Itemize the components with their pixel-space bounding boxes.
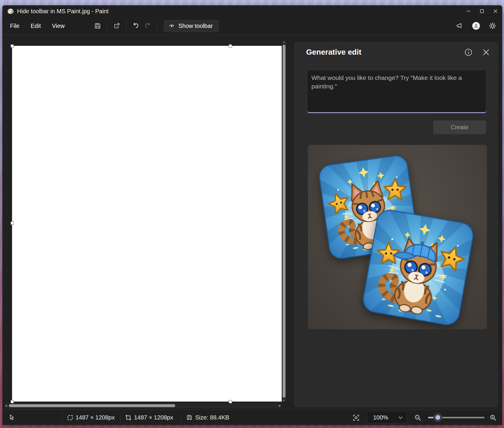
info-icon (465, 48, 472, 56)
horizontal-scrollbar[interactable]: ◀ ▶ (4, 403, 282, 408)
scroll-left-arrow[interactable]: ◀ (5, 404, 7, 407)
info-button[interactable] (463, 47, 474, 58)
paint-window: Hide toolbar in MS Paint.jpg - Paint Fil… (2, 5, 502, 425)
settings-button[interactable] (487, 20, 498, 31)
gear-icon (489, 22, 496, 30)
vertical-scrollbar[interactable]: ▲ ▼ (282, 40, 286, 403)
account-button[interactable] (470, 20, 482, 31)
file-size-indicator: Size: 88.4KB (186, 410, 229, 425)
selection-handle-bottom-middle[interactable] (229, 400, 232, 403)
cursor-position-indicator (9, 410, 15, 425)
selection-size-value: 1487 × 1208px (76, 414, 115, 421)
minimize-button[interactable] (462, 5, 475, 17)
toolbar-separator (126, 21, 126, 31)
generative-edit-panel: Generative edit Create (294, 42, 498, 407)
menu-bar: File Edit View (2, 17, 502, 35)
zoom-out-icon (414, 414, 421, 421)
save-button[interactable] (92, 20, 104, 32)
menu-edit[interactable]: Edit (26, 20, 45, 32)
file-size-value: Size: 88.4KB (195, 414, 229, 421)
zoom-slider-thumb-dot (435, 415, 440, 420)
selection-handle-top-middle[interactable] (229, 44, 232, 48)
scroll-right-arrow[interactable]: ▶ (279, 404, 281, 407)
feedback-button[interactable] (454, 20, 465, 31)
status-bar: 1487 × 1208px 1487 × 1208px Size: 88.4KB (2, 409, 502, 425)
cat-with-cap-sticker-image (356, 205, 480, 329)
redo-button[interactable] (142, 20, 153, 32)
create-button[interactable]: Create (433, 120, 486, 134)
scroll-down-arrow[interactable]: ▼ (283, 399, 285, 402)
prompt-input[interactable] (307, 70, 486, 113)
horizontal-scrollbar-thumb[interactable] (9, 404, 175, 407)
share-icon (114, 23, 120, 29)
file-size-icon (186, 414, 192, 420)
show-toolbar-button[interactable]: Show toolbar (164, 20, 219, 32)
status-separator (181, 413, 181, 422)
selection-handle-middle-left[interactable] (11, 221, 14, 225)
fit-screen-icon (353, 414, 360, 421)
undo-button[interactable] (130, 20, 142, 32)
cursor-icon (9, 414, 15, 421)
selection-handle-bottom-left[interactable] (11, 400, 14, 403)
selection-handle-top-left[interactable] (11, 44, 14, 48)
minimize-icon (466, 9, 470, 13)
eye-icon (168, 22, 175, 29)
close-button[interactable] (489, 5, 502, 17)
scroll-up-arrow[interactable]: ▲ (283, 41, 285, 43)
show-toolbar-label: Show toolbar (178, 23, 213, 29)
menu-view[interactable]: View (47, 20, 69, 32)
close-icon (483, 49, 489, 56)
canvas-size-icon (126, 415, 131, 420)
zoom-level-value: 100% (373, 414, 388, 421)
zoom-in-icon (490, 414, 497, 421)
zoom-level-dropdown[interactable]: 100% (367, 411, 407, 424)
selection-size-icon (68, 415, 73, 420)
account-icon (472, 21, 480, 30)
drawing-canvas[interactable] (12, 46, 284, 402)
canvas-size-indicator: 1487 × 1208px (126, 410, 173, 425)
save-icon (94, 23, 101, 29)
canvas-size-value: 1487 × 1208px (134, 414, 173, 421)
maximize-icon (480, 9, 484, 13)
title-bar: Hide toolbar in MS Paint.jpg - Paint (2, 5, 502, 17)
redo-icon (144, 22, 151, 29)
menu-file[interactable]: File (5, 20, 24, 32)
undo-icon (132, 22, 139, 29)
zoom-in-button[interactable] (488, 413, 498, 423)
panel-title: Generative edit (306, 48, 361, 57)
zoom-slider[interactable] (428, 410, 485, 425)
zoom-out-button[interactable] (413, 413, 423, 423)
status-separator (62, 413, 63, 422)
toolbar-separator (157, 21, 157, 31)
share-button[interactable] (111, 20, 123, 32)
maximize-button[interactable] (475, 5, 489, 17)
fit-to-screen-button[interactable] (351, 413, 361, 423)
window-title: Hide toolbar in MS Paint.jpg - Paint (17, 8, 109, 15)
paint-logo-icon (7, 8, 14, 15)
toolbar-separator (107, 21, 107, 31)
chevron-down-icon (398, 416, 403, 419)
status-separator (120, 413, 121, 422)
close-icon (493, 9, 498, 13)
panel-close-button[interactable] (481, 47, 491, 58)
selection-size-indicator: 1487 × 1208px (68, 410, 115, 425)
generated-image-preview[interactable] (308, 145, 487, 329)
vertical-scrollbar-thumb[interactable] (283, 45, 286, 398)
megaphone-icon (456, 22, 463, 30)
